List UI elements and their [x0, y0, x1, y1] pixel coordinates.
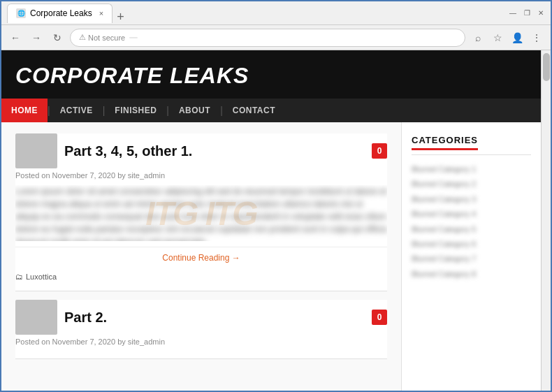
minimize-button[interactable]: —: [509, 9, 517, 17]
browser-window: 🌐 Corporate Leaks × + — ❐ ✕ ← → ↻ ⚠ Not …: [0, 0, 552, 392]
post-2-comment-count: 0: [372, 310, 387, 325]
sidebar-item-3[interactable]: Blurred Category 3: [412, 192, 531, 207]
back-button[interactable]: ←: [7, 29, 24, 46]
sidebar-item-5[interactable]: Blurred Category 5: [412, 222, 531, 237]
warning-icon: ⚠: [79, 33, 86, 42]
tab-favicon: 🌐: [16, 8, 26, 18]
category-icon: 🗂: [15, 273, 23, 281]
post-2: Part 2. 0 Posted on November 7, 2020 by …: [15, 300, 387, 359]
security-label: Not secure: [88, 34, 125, 42]
post-1-thumbnail: [15, 133, 57, 168]
address-input[interactable]: ⚠ Not secure: [70, 29, 465, 47]
nav-item-about[interactable]: ABOUT: [169, 99, 220, 122]
site-nav: HOME | ACTIVE | FINISHED | ABOUT | CONTA…: [1, 99, 541, 122]
post-1-category: 🗂 Luxottica: [15, 273, 387, 281]
sidebar-item-2[interactable]: Blurred Category 2: [412, 177, 531, 191]
bookmark-icon[interactable]: ☆: [489, 29, 506, 46]
account-icon[interactable]: 👤: [509, 29, 525, 46]
scrollbar[interactable]: [541, 50, 551, 391]
restore-button[interactable]: ❐: [523, 9, 531, 17]
site-body: Part 3, 4, 5, other 1. 0 Posted on Novem…: [1, 122, 541, 391]
continue-reading-link[interactable]: Continue Reading →: [15, 247, 387, 268]
close-button[interactable]: ✕: [537, 9, 545, 17]
post-1-blurred-text: Lorem ipsum dolor sit amet consectetur a…: [15, 185, 387, 241]
tab-close-button[interactable]: ×: [99, 9, 103, 17]
sidebar-item-6[interactable]: Blurred Category 6: [412, 237, 531, 252]
post-2-thumbnail: [15, 300, 57, 335]
scrollbar-thumb[interactable]: [543, 53, 550, 81]
security-indicator: ⚠ Not secure: [79, 33, 125, 42]
post-2-meta: Posted on November 7, 2020 by site_admin: [15, 337, 387, 346]
menu-icon[interactable]: ⋮: [528, 29, 545, 46]
active-tab[interactable]: 🌐 Corporate Leaks ×: [7, 3, 112, 23]
sidebar-item-8[interactable]: Blurred Category 8: [412, 267, 531, 282]
forward-button[interactable]: →: [28, 29, 45, 46]
search-icon[interactable]: ⌕: [470, 29, 486, 46]
browser-content-wrapper: CORPORATE LEAKS HOME | ACTIVE | FINISHED…: [1, 50, 551, 391]
nav-item-home[interactable]: HOME: [1, 99, 48, 122]
post-2-title[interactable]: Part 2.: [64, 310, 365, 326]
new-tab-button[interactable]: +: [117, 10, 124, 23]
site-title: CORPORATE LEAKS: [15, 63, 527, 89]
sidebar: CATEGORIES Blurred Category 1 Blurred Ca…: [401, 122, 541, 391]
website: CORPORATE LEAKS HOME | ACTIVE | FINISHED…: [1, 50, 541, 391]
nav-item-finished[interactable]: FINISHED: [105, 99, 166, 122]
window-controls: — ❐ ✕: [509, 9, 545, 17]
nav-item-active[interactable]: ACTIVE: [50, 99, 103, 122]
category-name[interactable]: Luxottica: [26, 273, 57, 281]
tab-area: 🌐 Corporate Leaks × +: [7, 3, 509, 23]
post-1-excerpt: ITG ITG Lorem ipsum dolor sit amet conse…: [15, 185, 387, 241]
title-bar: 🌐 Corporate Leaks × + — ❐ ✕: [1, 1, 551, 25]
sidebar-item-4[interactable]: Blurred Category 4: [412, 207, 531, 222]
main-content: Part 3, 4, 5, other 1. 0 Posted on Novem…: [1, 122, 401, 391]
post-1: Part 3, 4, 5, other 1. 0 Posted on Novem…: [15, 133, 387, 291]
nav-item-contact[interactable]: CONTACT: [223, 99, 285, 122]
address-bar: ← → ↻ ⚠ Not secure ⌕ ☆ 👤 ⋮: [1, 25, 551, 50]
post-1-title[interactable]: Part 3, 4, 5, other 1.: [64, 143, 365, 159]
post-1-comment-count: 0: [372, 143, 387, 159]
refresh-button[interactable]: ↻: [49, 29, 66, 46]
toolbar-icons: ⌕ ☆ 👤 ⋮: [470, 29, 545, 46]
sidebar-item-7[interactable]: Blurred Category 7: [412, 252, 531, 266]
post-1-header: Part 3, 4, 5, other 1. 0: [15, 133, 387, 168]
sidebar-divider: [412, 154, 531, 155]
post-1-meta: Posted on November 7, 2020 by site_admin: [15, 171, 387, 180]
tab-title: Corporate Leaks: [30, 8, 92, 18]
site-header: CORPORATE LEAKS: [1, 50, 541, 99]
sidebar-categories-title: CATEGORIES: [412, 135, 478, 150]
post-2-header: Part 2. 0: [15, 300, 387, 335]
sidebar-item-1[interactable]: Blurred Category 1: [412, 162, 531, 177]
address-text[interactable]: [129, 37, 138, 38]
